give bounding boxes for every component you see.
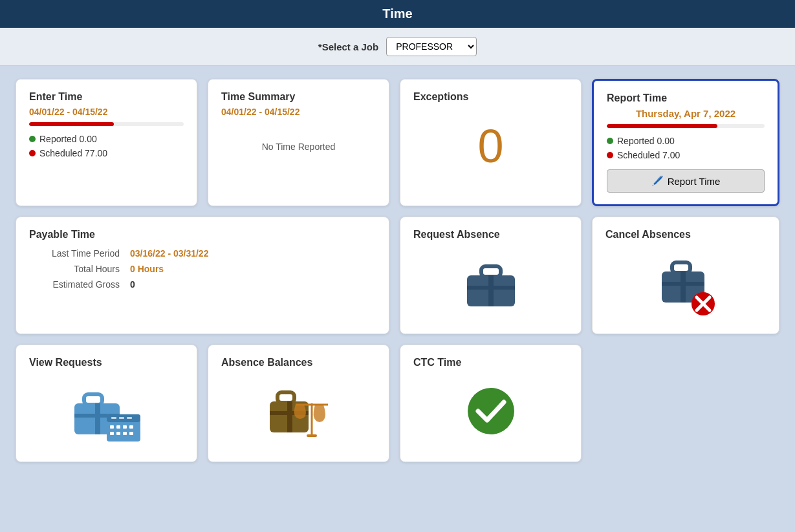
payable-time-table: Last Time Period 03/16/22 - 03/31/22 Tot… [29,248,376,290]
ctc-time-card[interactable]: CTC Time [400,345,582,462]
view-requests-icon [71,385,142,443]
time-summary-card[interactable]: Time Summary 04/01/22 - 04/15/22 No Time… [208,79,389,206]
report-time-button[interactable]: 🖊️ Report Time [607,169,765,193]
main-grid: Enter Time 04/01/22 - 04/15/22 Reported … [0,66,795,475]
svg-rect-20 [129,425,133,429]
scheduled-dot [29,150,36,156]
payable-time-card[interactable]: Payable Time Last Time Period 03/16/22 -… [16,217,389,334]
absence-balances-card[interactable]: Absence Balances [208,345,389,462]
report-time-reported: Reported 0.00 [607,136,765,146]
absence-balances-title: Absence Balances [221,357,376,368]
payable-estimated-gross-row: Estimated Gross 0 [29,279,376,290]
last-period-label: Last Time Period [29,248,120,259]
enter-time-progress-bar [29,122,184,126]
report-reported-dot [607,138,613,144]
request-absence-icon-container [413,244,568,315]
page-title: Time [382,6,412,21]
svg-rect-27 [127,417,132,419]
ctc-time-icon-container [413,372,568,443]
time-summary-date: 04/01/22 - 04/15/22 [221,107,376,117]
enter-time-card[interactable]: Enter Time 04/01/22 - 04/15/22 Reported … [16,79,197,206]
svg-rect-13 [95,403,100,434]
time-summary-title: Time Summary [221,91,376,103]
cancel-absences-card[interactable]: Cancel Absences [592,217,779,334]
svg-rect-18 [116,425,120,429]
svg-rect-34 [307,434,317,437]
svg-rect-3 [467,286,515,290]
svg-rect-6 [681,271,686,303]
absence-balances-icon-container [221,372,376,450]
view-requests-icon-container [29,372,184,450]
enter-time-scheduled: Scheduled 77.00 [29,148,184,158]
view-requests-card[interactable]: View Requests [16,345,197,462]
report-time-progress-fill [607,124,717,128]
payable-last-period-row: Last Time Period 03/16/22 - 03/31/22 [29,248,376,259]
svg-rect-24 [129,432,133,435]
payable-time-title: Payable Time [29,229,376,240]
svg-rect-12 [84,394,102,405]
suitcase-cancel-icon [657,257,715,315]
suitcase-icon [462,257,520,309]
svg-rect-29 [278,392,294,403]
svg-rect-1 [481,266,501,277]
ctc-time-title: CTC Time [413,357,568,368]
report-time-btn-icon: 🖊️ [651,175,664,187]
job-selector-label: *Select a Job [318,41,378,52]
exceptions-count: 0 [413,107,568,186]
exceptions-title: Exceptions [413,91,568,103]
report-time-scheduled: Scheduled 7.00 [607,150,765,160]
report-time-btn-label: Report Time [668,176,721,187]
svg-rect-30 [287,401,292,432]
request-absence-card[interactable]: Request Absence [400,217,582,334]
cancel-absences-icon-container [605,244,766,322]
svg-rect-25 [111,417,116,419]
job-selector-dropdown[interactable]: PROFESSOR [386,37,477,56]
request-absence-title: Request Absence [413,229,568,240]
svg-rect-17 [110,425,114,429]
report-time-title: Report Time [607,92,765,104]
cancel-absences-title: Cancel Absences [605,229,766,240]
svg-rect-22 [116,432,120,435]
svg-rect-5 [672,262,690,273]
report-time-date: Thursday, Apr 7, 2022 [607,108,765,119]
ctc-time-checkmark-icon [465,385,517,437]
report-time-card[interactable]: Report Time Thursday, Apr 7, 2022 Report… [592,79,779,206]
payable-total-hours-row: Total Hours 0 Hours [29,264,376,274]
svg-rect-2 [488,275,494,306]
exceptions-card[interactable]: Exceptions 0 [400,79,582,206]
svg-point-35 [468,388,514,434]
svg-rect-7 [662,282,704,286]
estimated-gross-value: 0 [130,279,135,290]
enter-time-reported: Reported 0.00 [29,134,184,144]
page-header: Time [0,0,795,28]
svg-rect-26 [119,417,124,419]
reported-dot [29,136,36,142]
svg-rect-19 [123,425,127,429]
report-scheduled-dot [607,152,613,158]
estimated-gross-label: Estimated Gross [29,279,120,290]
no-time-text: No Time Reported [221,122,376,171]
report-time-progress-bar [607,124,765,128]
job-selector-bar: *Select a Job PROFESSOR [0,28,795,66]
absence-balances-icon [267,385,331,443]
enter-time-date: 04/01/22 - 04/15/22 [29,107,184,117]
total-hours-value: 0 Hours [130,264,164,274]
enter-time-title: Enter Time [29,91,184,103]
view-requests-title: View Requests [29,357,184,368]
svg-rect-23 [123,432,127,435]
total-hours-label: Total Hours [29,264,120,274]
last-period-value: 03/16/22 - 03/31/22 [130,248,208,259]
enter-time-progress-fill [29,122,114,126]
svg-rect-21 [110,432,114,435]
